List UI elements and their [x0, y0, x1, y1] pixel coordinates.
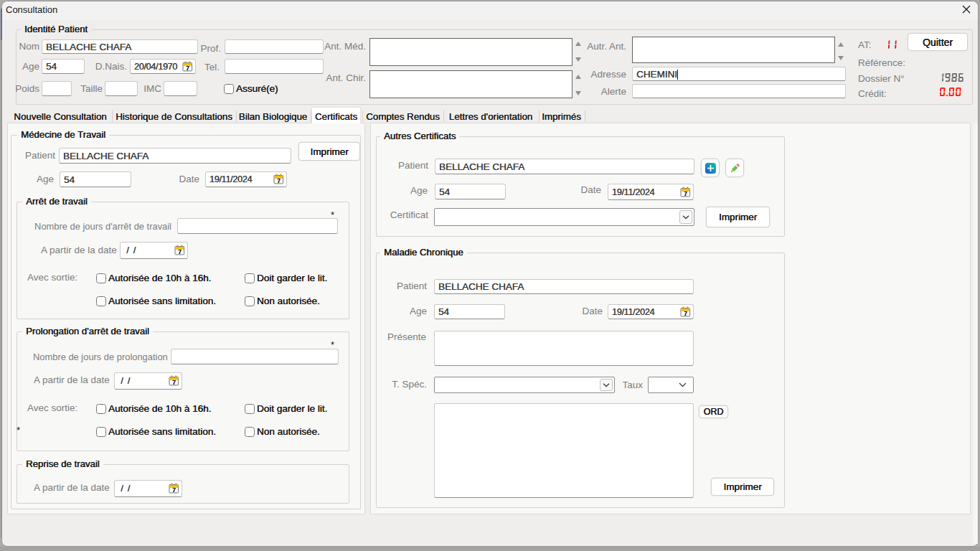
svg-text:7: 7 [684, 310, 687, 316]
svg-text:7: 7 [172, 380, 176, 386]
svg-text:7: 7 [178, 249, 182, 255]
svg-text:7: 7 [277, 178, 281, 184]
svg-text:7: 7 [684, 190, 687, 197]
svg-text:7: 7 [172, 487, 176, 494]
svg-text:7: 7 [186, 65, 189, 71]
